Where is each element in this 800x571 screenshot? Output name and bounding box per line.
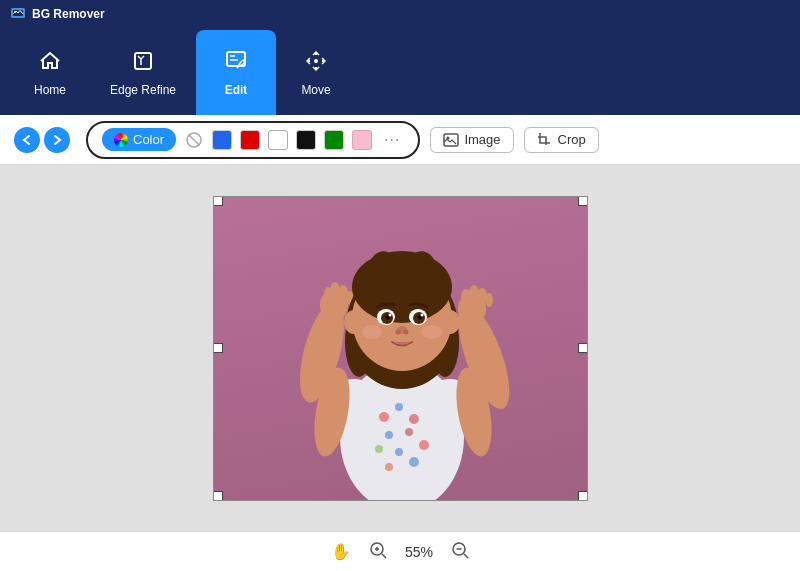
nav-tabs: Home Edge Refine — [0, 28, 800, 115]
svg-point-54 — [420, 313, 423, 316]
svg-point-28 — [405, 428, 413, 436]
svg-point-61 — [321, 290, 347, 320]
crop-icon — [537, 132, 553, 148]
tab-edit-label: Edit — [225, 83, 248, 97]
svg-line-65 — [382, 554, 386, 558]
resize-handle-mr[interactable] — [578, 343, 588, 353]
child-image — [214, 197, 588, 501]
app-logo-icon — [10, 5, 26, 24]
main-canvas — [0, 165, 800, 531]
more-colors-button[interactable]: ··· — [380, 129, 404, 151]
svg-point-30 — [419, 440, 429, 450]
resize-handle-tl[interactable] — [213, 196, 223, 206]
svg-point-9 — [447, 136, 450, 139]
svg-point-43 — [440, 310, 460, 334]
app-title: BG Remover — [32, 7, 105, 21]
header: BG Remover Home — [0, 0, 800, 115]
svg-point-15 — [485, 293, 493, 307]
zoom-level: 55% — [405, 544, 433, 560]
move-icon — [304, 49, 328, 77]
redo-icon — [50, 133, 64, 147]
svg-point-5 — [314, 59, 318, 63]
svg-point-27 — [385, 431, 393, 439]
zoom-in-button[interactable] — [369, 541, 387, 563]
image-icon — [443, 132, 459, 148]
tab-edge-refine-label: Edge Refine — [110, 83, 176, 97]
svg-point-24 — [379, 412, 389, 422]
color-swatch-black[interactable] — [296, 130, 316, 150]
tab-move[interactable]: Move — [276, 30, 356, 115]
svg-point-29 — [375, 445, 383, 453]
crop-button-label: Crop — [558, 132, 586, 147]
svg-point-25 — [395, 403, 403, 411]
edge-refine-icon — [131, 49, 155, 77]
tab-home-label: Home — [34, 83, 66, 97]
color-button[interactable]: Color — [102, 128, 176, 151]
tab-edge-refine[interactable]: Edge Refine — [90, 30, 196, 115]
tab-home[interactable]: Home — [10, 30, 90, 115]
svg-point-57 — [403, 329, 408, 334]
toolbar-color-group: Color ··· — [86, 121, 420, 159]
svg-point-59 — [422, 325, 442, 339]
no-color-button[interactable] — [184, 130, 204, 150]
svg-line-7 — [189, 134, 200, 145]
crop-button[interactable]: Crop — [524, 127, 599, 153]
tab-edit[interactable]: Edit — [196, 30, 276, 115]
image-button[interactable]: Image — [430, 127, 513, 153]
svg-point-56 — [395, 329, 400, 334]
redo-button[interactable] — [44, 127, 70, 153]
undo-icon — [20, 133, 34, 147]
undo-button[interactable] — [14, 127, 40, 153]
svg-point-2 — [14, 11, 16, 13]
color-swatch-green[interactable] — [324, 130, 344, 150]
color-wheel-icon — [114, 133, 128, 147]
svg-point-26 — [409, 414, 419, 424]
svg-point-42 — [344, 310, 364, 334]
edit-icon — [224, 49, 248, 77]
ban-icon — [185, 131, 203, 149]
home-icon — [38, 49, 62, 77]
svg-point-53 — [388, 313, 391, 316]
nav-arrows — [14, 127, 70, 153]
svg-point-60 — [459, 294, 485, 324]
hand-tool-button[interactable]: ✋ — [331, 542, 351, 561]
resize-handle-ml[interactable] — [213, 343, 223, 353]
svg-rect-3 — [135, 53, 151, 69]
image-button-label: Image — [464, 132, 500, 147]
color-swatch-white[interactable] — [268, 130, 288, 150]
zoom-out-button[interactable] — [451, 541, 469, 563]
svg-line-68 — [464, 554, 468, 558]
svg-point-32 — [385, 463, 393, 471]
color-swatch-red[interactable] — [240, 130, 260, 150]
statusbar: ✋ 55% — [0, 531, 800, 571]
tab-move-label: Move — [301, 83, 330, 97]
color-swatch-blue[interactable] — [212, 130, 232, 150]
resize-handle-tr[interactable] — [578, 196, 588, 206]
color-button-label: Color — [133, 132, 164, 147]
resize-handle-bl[interactable] — [213, 491, 223, 501]
resize-handle-br[interactable] — [578, 491, 588, 501]
image-frame[interactable] — [213, 196, 588, 501]
svg-point-58 — [362, 325, 382, 339]
color-swatch-pink[interactable] — [352, 130, 372, 150]
svg-point-33 — [409, 457, 419, 467]
svg-point-31 — [395, 448, 403, 456]
toolbar: Color ··· — [0, 115, 800, 165]
